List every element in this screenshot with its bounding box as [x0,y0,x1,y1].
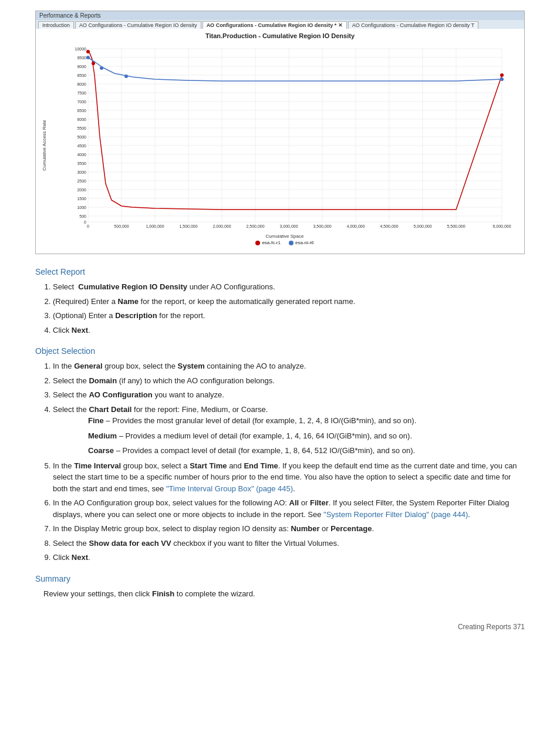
legend-item-red: esa-fc-r1 [255,240,281,245]
chart-xaxis-label: Cumulative Space [51,232,518,239]
svg-text:0: 0 [84,220,86,224]
svg-text:2,500,000: 2,500,000 [246,224,264,228]
os-bold-percentage: Percentage [330,524,372,533]
object-selection-item-3: Select the AO Configuration you want to … [53,389,525,401]
os-link-filterdialog[interactable]: "System Reporter Filter Dialog" (page 44… [323,510,468,519]
svg-point-73 [124,75,128,78]
object-selection-item-7: In the Display Metric group box, select … [53,523,525,535]
chart-legend: esa-fc-r1 esa-nl-r6 [51,239,518,248]
chart-titlebar-text: Performance & Reports [39,12,101,19]
page-footer-text: Creating Reports 371 [458,623,525,631]
os-bold-filter: Filter [310,498,329,507]
svg-text:6000: 6000 [77,117,86,121]
select-report-bold-3: Description [115,311,157,320]
os-bold-starttime: Start Time [190,461,227,470]
os-medium-text: – Provides a medium level of detail (for… [117,431,412,440]
svg-text:9000: 9000 [77,65,86,69]
svg-text:1,000,000: 1,000,000 [146,224,164,228]
object-selection-item-8: Select the Show data for each VV checkbo… [53,538,525,549]
os-medium-label: Medium [88,431,117,440]
chart-tabs: Introduction AO Configurations - Cumulat… [36,20,524,29]
legend-dot-blue [289,241,294,245]
svg-text:1,500,000: 1,500,000 [179,224,197,228]
svg-text:2500: 2500 [77,179,86,183]
select-report-bold-2: Name [118,297,139,306]
select-report-item-4: Click Next. [53,325,525,336]
svg-text:3,500,000: 3,500,000 [313,224,331,228]
chart-tab-2-active[interactable]: AO Configurations - Cumulative Region IO… [203,21,347,29]
os-medium-para: Medium – Provides a medium level of deta… [88,430,525,442]
svg-text:1000: 1000 [77,205,86,210]
object-selection-item-4: Select the Chart Detail for the report: … [53,404,525,457]
object-selection-item-9: Click Next. [53,552,525,563]
os-bold-showdata: Show data for each VV [89,539,171,548]
svg-point-72 [100,66,103,70]
svg-text:8000: 8000 [77,82,86,86]
svg-text:500: 500 [79,214,86,218]
os-fine-label: Fine [88,416,104,425]
svg-text:9500: 9500 [77,56,86,60]
svg-point-74 [500,77,504,81]
svg-text:3500: 3500 [77,161,86,166]
object-selection-item-2: Select the Domain (if any) to which the … [53,375,525,387]
os-bold-domain: Domain [89,376,117,385]
chart-tab-1[interactable]: AO Configurations - Cumulative Region IO… [75,21,201,29]
os-coarse-para: Coarse – Provides a compact level of det… [88,445,525,457]
legend-label-blue: esa-nl-r6 [295,240,314,245]
svg-point-68 [86,50,90,53]
svg-text:7500: 7500 [77,91,86,95]
os-fine-para: Fine – Provides the most granular level … [88,415,525,427]
chart-svg: 10000 9500 9000 8500 8000 7500 7000 6500… [51,43,518,231]
object-selection-item-1: In the General group box, select the Sys… [53,360,525,372]
os-bold-next: Next [72,553,88,562]
chart-titlebar: Performance & Reports [36,11,524,20]
select-report-item-2: (Required) Enter a Name for the report, … [53,296,525,308]
svg-text:1500: 1500 [77,197,86,201]
svg-point-71 [86,56,90,59]
svg-point-70 [500,73,504,77]
os-link-timeinterval[interactable]: "Time Interval Group Box" (page 445) [166,484,293,493]
select-report-item-1: Select Cumulative Region IO Density unde… [53,281,525,293]
os-coarse-label: Coarse [88,446,114,455]
object-selection-list: In the General group box, select the Sys… [53,360,525,563]
os-bold-system: System [177,362,204,370]
svg-text:5,500,000: 5,500,000 [447,224,465,228]
summary-heading: Summary [35,574,525,583]
os-bold-general: General [74,362,102,370]
object-selection-item-6: In the AO Configuration group box, selec… [53,497,525,520]
svg-text:4000: 4000 [77,153,86,157]
svg-text:6500: 6500 [77,109,86,113]
svg-text:4,000,000: 4,000,000 [346,224,365,228]
select-report-heading: Select Report [35,267,525,276]
os-bold-number: Number [291,524,319,533]
select-report-bold-1: Cumulative Region IO Density [78,282,187,291]
chart-main-title: Titan.Production - Cumulative Region IO … [36,29,524,40]
os-bold-endtime: End Time [244,461,278,470]
chart-tab-3[interactable]: AO Configurations - Cumulative Region IO… [348,21,478,29]
svg-text:5000: 5000 [77,135,86,139]
svg-text:6,000,000: 6,000,000 [492,224,511,228]
chart-tab-introduction[interactable]: Introduction [38,21,74,29]
legend-item-blue: esa-nl-r6 [289,240,314,245]
svg-text:3000: 3000 [77,170,86,174]
select-report-item-3: (Optional) Enter a Description for the r… [53,310,525,322]
svg-text:10000: 10000 [75,47,87,51]
svg-text:0: 0 [87,224,89,228]
select-report-bold-4: Next [72,326,88,335]
svg-text:4,500,000: 4,500,000 [380,224,398,228]
legend-dot-red [255,241,260,245]
summary-text: Review your settings, then click Finish … [43,588,525,600]
legend-label-red: esa-fc-r1 [262,240,281,245]
os-bold-aoconfig: AO Configuration [89,390,152,399]
select-report-list: Select Cumulative Region IO Density unde… [53,281,525,336]
os-bold-chartdetail: Chart Detail [89,405,131,414]
object-selection-item-5: In the Time Interval group box, select a… [53,460,525,495]
svg-text:3,000,000: 3,000,000 [279,224,298,228]
svg-text:2000: 2000 [77,188,86,192]
summary-finish-bold: Finish [152,589,174,598]
os-bold-timeinterval: Time Interval [74,461,121,470]
svg-text:2,000,000: 2,000,000 [212,224,231,228]
chart-yaxis-label: Cumulative Access Rate [42,43,51,248]
svg-text:5500: 5500 [77,126,86,130]
os-coarse-text: – Provides a compact level of detail (fo… [114,446,415,455]
